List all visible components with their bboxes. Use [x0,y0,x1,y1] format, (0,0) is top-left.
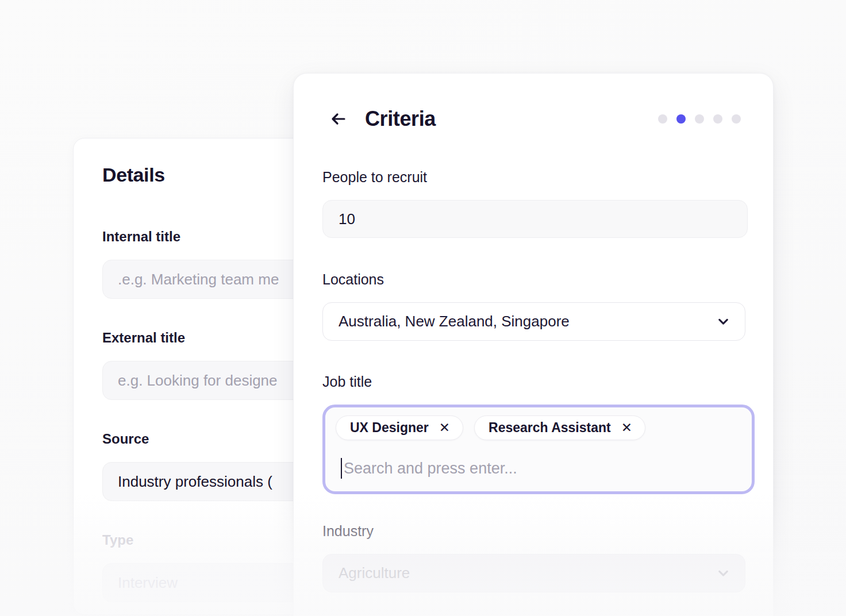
criteria-header: Criteria [322,107,744,131]
progress-dot [695,114,704,124]
progress-dot [658,114,667,124]
locations-select[interactable]: Australia, New Zealand, Singapore [322,302,745,341]
job-title-chips-row: UX Designer ✕ Research Assistant ✕ [336,415,741,440]
progress-dot-active [676,114,686,124]
progress-dot [732,114,741,124]
people-to-recruit-input[interactable] [322,200,748,238]
job-title-search-input[interactable]: Search and press enter... [336,457,741,480]
chip-ux-designer: UX Designer ✕ [336,415,463,440]
criteria-title: Criteria [365,107,436,131]
people-to-recruit-label: People to recruit [322,169,744,186]
progress-dots [658,114,744,124]
industry-label: Industry [322,523,744,540]
industry-section: Industry Agriculture [322,523,744,592]
job-title-search-placeholder: Search and press enter... [344,460,517,478]
chip-label: Research Assistant [489,420,611,436]
industry-select[interactable]: Agriculture [322,554,745,592]
job-title-label: Job title [322,374,744,390]
chip-research-assistant: Research Assistant ✕ [474,415,645,440]
locations-section: Locations Australia, New Zealand, Singap… [322,271,744,341]
job-title-multiselect[interactable]: UX Designer ✕ Research Assistant ✕ Searc… [322,405,755,494]
job-title-section: Job title UX Designer ✕ Research Assista… [322,374,744,494]
locations-label: Locations [322,271,744,288]
chevron-down-icon [716,565,731,581]
text-caret [341,458,342,479]
people-to-recruit-section: People to recruit [322,169,744,238]
chevron-down-icon [716,314,731,329]
locations-select-value: Australia, New Zealand, Singapore [339,313,716,330]
back-button[interactable] [328,109,349,129]
industry-select-value: Agriculture [339,564,716,582]
criteria-card: Criteria People to recruit Locations Aus… [293,73,774,616]
chip-label: UX Designer [350,420,429,436]
progress-dot [713,114,722,124]
arrow-left-icon [329,110,348,128]
remove-chip-icon[interactable]: ✕ [439,421,450,434]
remove-chip-icon[interactable]: ✕ [621,421,632,434]
